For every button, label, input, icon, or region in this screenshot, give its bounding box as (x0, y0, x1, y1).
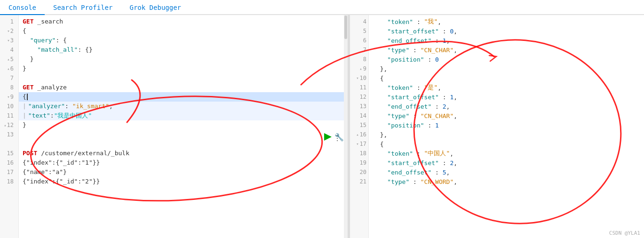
rln-15: 15 (350, 120, 368, 130)
resp-line-17: { (369, 139, 644, 149)
response-line-numbers: 4 5 6 7 8 ▴9 ▾10 11 12 13 14 15 ▴16 ▾17 … (350, 15, 369, 238)
keyword-post: POST (23, 149, 37, 158)
code-line-7 (19, 73, 348, 83)
resp-line-10: { (369, 73, 644, 83)
code-line-6: } (19, 64, 348, 73)
resp-line-14: "type" : "CN_CHAR", (369, 111, 644, 120)
resp-line-7: "type" : "CN_CHAR", (369, 45, 644, 55)
watermark: CSDN @YLA1 (609, 230, 640, 236)
path-search: _search (33, 17, 63, 26)
editor-scrollbar[interactable] (344, 15, 348, 238)
cursor (27, 94, 28, 100)
code-line-9: { (19, 92, 348, 102)
resp-line-13: "end_offset" : 2, (369, 102, 644, 111)
ln-7: 7 (0, 73, 16, 83)
code-line-10: |"analyzer": "ik_smart", (19, 102, 348, 111)
val-ik-smart: "ik_smart" (72, 102, 109, 111)
resp-line-21: "type" : "CN_WORD", (369, 177, 644, 186)
editor-code-area: 1 ▾2 ▾3 4 ▴5 ▴6 7 8 ▾9 10 11 ▴12 13 15 1… (0, 15, 348, 238)
key-text: "text" (28, 111, 50, 120)
ln-9: ▾9 (0, 92, 16, 102)
code-line-14 (19, 139, 348, 149)
ln-12: ▴12 (0, 120, 16, 130)
resp-line-16: }, (369, 130, 644, 139)
key-analyzer: "analyzer" (28, 102, 65, 111)
resp-line-4: "token" : "我", (369, 17, 644, 26)
tab-search-profiler[interactable]: Search Profiler (45, 1, 121, 15)
rln-13: 13 (350, 102, 368, 111)
keyword-get-1: GET (23, 17, 33, 26)
tab-bar: Console Search Profiler Grok Debugger (0, 0, 644, 15)
rln-19: 19 (350, 158, 368, 167)
ln-5: ▴5 (0, 55, 16, 64)
rln-20: 20 (350, 167, 368, 177)
code-line-18: {"index":{"_id":"2"}} (19, 177, 348, 186)
response-area: 4 5 6 7 8 ▴9 ▾10 11 12 13 14 15 ▴16 ▾17 … (350, 15, 644, 238)
path-bulk: /customer/external/_bulk (37, 149, 129, 158)
tab-grok-debugger[interactable]: Grok Debugger (121, 1, 190, 15)
code-line-12: } (19, 120, 348, 130)
code-line-8: GET _analyze (19, 83, 348, 92)
app-container: Console Search Profiler Grok Debugger 1 … (0, 0, 644, 238)
ln-13: 13 (0, 130, 16, 139)
resp-line-6: "end_offset" : 1, (369, 36, 644, 45)
rln-16: ▴16 (350, 130, 368, 139)
val-chinese-text: "我是中国人" (54, 111, 92, 120)
code-line-1: GET _search (19, 17, 348, 26)
tab-console[interactable]: Console (0, 1, 45, 15)
path-analyze: _analyze (33, 83, 66, 92)
code-line-2: { (19, 26, 348, 36)
rln-21: 21 (350, 177, 368, 186)
response-panel: 4 5 6 7 8 ▴9 ▾10 11 12 13 14 15 ▴16 ▾17 … (350, 15, 644, 238)
ln-14 (0, 139, 16, 149)
key-match-all: "match_all" (37, 45, 78, 55)
code-line-11: |"text":"我是中国人" (19, 111, 348, 120)
run-icon (322, 132, 333, 142)
rln-8: 8 (350, 55, 368, 64)
code-line-15: POST /customer/external/_bulk (19, 149, 348, 158)
resp-line-19: "start_offset" : 2, (369, 158, 644, 167)
resp-line-5: "start_offset" : 0, (369, 26, 644, 36)
ln-3: ▾3 (0, 36, 16, 45)
rln-6: 6 (350, 36, 368, 45)
ln-6: ▴6 (0, 64, 16, 73)
code-line-4: "match_all": {} (19, 45, 348, 55)
rln-4: 4 (350, 17, 368, 26)
editor-line-numbers: 1 ▾2 ▾3 4 ▴5 ▴6 7 8 ▾9 10 11 ▴12 13 15 1… (0, 15, 19, 238)
ln-1: 1 (0, 17, 16, 26)
editor-code-lines[interactable]: GET _search { "query": { "match_all": {} (19, 15, 348, 238)
rln-11: 11 (350, 83, 368, 92)
run-button[interactable] (322, 132, 333, 142)
code-line-16: {"index":{"_id":"1"}} (19, 158, 348, 167)
resp-line-15: "position" : 1 (369, 120, 644, 130)
svg-marker-0 (324, 133, 332, 141)
resp-line-18: "token" : "中国人", (369, 149, 644, 158)
rln-9: ▴9 (350, 64, 368, 73)
keyword-get-2: GET (23, 83, 33, 92)
ln-15: 15 (0, 149, 16, 158)
ln-10: 10 (0, 102, 16, 111)
ln-11: 11 (0, 111, 16, 120)
code-line-3: "query": { (19, 36, 348, 45)
rln-17: ▾17 (350, 139, 368, 149)
response-code-lines: "token" : "我", "start_offset" : 0, "end_… (369, 15, 644, 238)
resp-line-12: "start_offset" : 1, (369, 92, 644, 102)
rln-10: ▾10 (350, 73, 368, 83)
resp-line-20: "end_offset" : 5, (369, 167, 644, 177)
more-options-button[interactable]: ⋮ (334, 134, 341, 143)
rln-18: 18 (350, 149, 368, 158)
resp-line-11: "token" : "是", (369, 83, 644, 92)
code-line-13 (19, 130, 348, 139)
code-line-17: {"name":"a"} (19, 167, 348, 177)
code-line-5: } (19, 55, 348, 64)
key-query: "query" (23, 36, 56, 45)
main-content: 1 ▾2 ▾3 4 ▴5 ▴6 7 8 ▾9 10 11 ▴12 13 15 1… (0, 15, 644, 238)
editor-panel: 1 ▾2 ▾3 4 ▴5 ▴6 7 8 ▾9 10 11 ▴12 13 15 1… (0, 15, 348, 238)
resp-line-8: "position" : 0 (369, 55, 644, 64)
ln-4: 4 (0, 45, 16, 55)
brace-open-1: { (23, 26, 26, 36)
rln-7: 7 (350, 45, 368, 55)
ln-16: 16 (0, 158, 16, 167)
ln-18: 18 (0, 177, 16, 186)
ln-8: 8 (0, 83, 16, 92)
